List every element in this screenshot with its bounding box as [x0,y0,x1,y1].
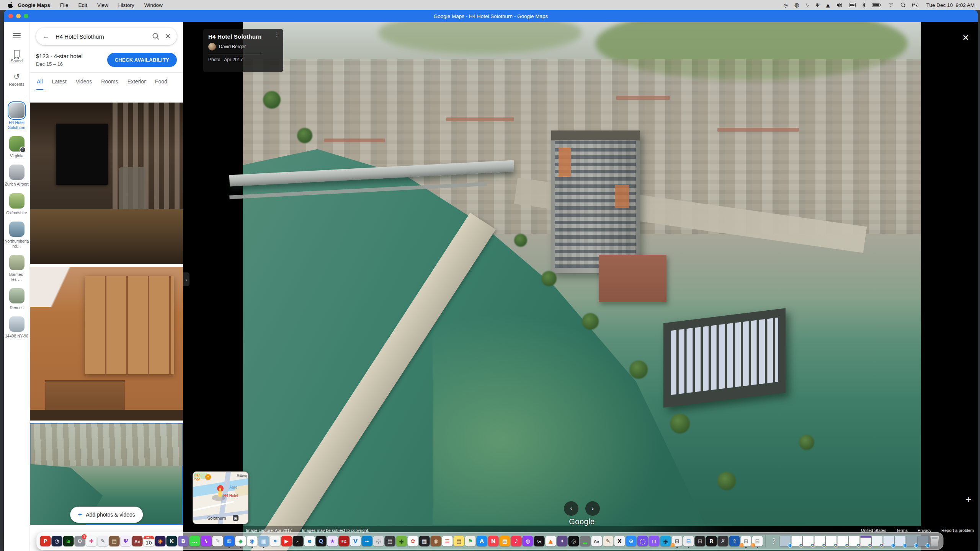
podcasts-app[interactable]: ◍ [523,536,533,546]
minimized-finder-window[interactable] [895,536,906,546]
diagnostics-app[interactable]: ✚ [86,536,97,546]
youtube-app[interactable]: ▶ [281,536,292,546]
messenger-app[interactable]: ϟ [201,536,212,546]
photos-app[interactable]: ✿ [408,536,418,546]
more-options-icon[interactable]: ⋮ [274,33,279,36]
printer-a-app[interactable]: ⊟ [741,536,751,546]
disk-utility-app[interactable]: ✎ [98,536,108,546]
minimized-chrome-window[interactable] [815,536,825,546]
google-maps-app[interactable]: ◆ [235,536,246,546]
add-photos-button[interactable]: + Add photos & videos [70,507,143,523]
control-center-icon[interactable] [912,3,918,7]
vinyl-app[interactable]: ◎ [568,536,579,546]
back-arrow-icon[interactable]: ← [42,32,49,41]
minimized-chrome-window[interactable] [838,536,848,546]
calendar-app[interactable]: DEC10 [144,536,154,546]
recent-place-northumberland[interactable]: Northumberland… [5,222,29,249]
reminders-app[interactable]: ☰ [442,536,453,546]
recent-place-virginia[interactable]: 2Virginia [5,136,29,158]
clear-search-icon[interactable]: ✕ [165,32,171,41]
kindle-app[interactable]: K [167,536,177,546]
music-app[interactable]: ♪ [511,536,522,546]
recent-place-bormes-les[interactable]: Bormes-les-… [5,255,29,282]
menu-history[interactable]: History [118,2,134,8]
collapse-panel-icon[interactable]: ‹ [183,272,189,286]
printer-utility-app[interactable]: ⊟ [672,536,683,546]
minimized-image-window[interactable] [906,536,917,546]
zoom-app[interactable]: ⊙ [626,536,637,546]
star-app[interactable]: ★ [327,536,338,546]
search-input[interactable] [56,33,147,40]
check-availability-button[interactable]: CHECK AVAILABILITY [107,53,177,67]
vlc-app[interactable]: ▲ [546,536,556,546]
minimized-finder-window[interactable] [884,536,894,546]
sketch-app[interactable]: ✎ [212,536,223,546]
loopback-app[interactable]: ◯ [637,536,648,546]
x11-app[interactable]: X [614,536,625,546]
r-app[interactable]: R [706,536,717,546]
webcam-app[interactable]: ◉ [660,536,671,546]
printer-b-app[interactable]: ⊟ [752,536,763,546]
shield-app[interactable]: ⇧ [729,536,740,546]
v-app[interactable]: V [350,536,361,546]
recent-place-rennes[interactable]: Rennes [5,288,29,310]
photo-author[interactable]: David Berger [219,44,246,49]
costume-app[interactable]: ✦ [557,536,568,546]
search-icon[interactable] [152,33,160,40]
bluetooth-icon[interactable] [862,2,866,8]
recent-place-zurich-airport[interactable]: Zurich Airport [5,165,29,187]
minimized-pale-window[interactable] [872,536,883,546]
tab-rooms[interactable]: Rooms [96,73,122,90]
font-book-app[interactable]: Aa [591,536,602,546]
minimized-sheet-window[interactable] [861,536,871,546]
keyboard-icon[interactable] [849,3,856,7]
tab-exterior[interactable]: Exterior [123,73,150,90]
zoom-in-icon[interactable]: + [966,494,972,505]
previous-photo-button[interactable]: ‹ [564,501,578,516]
author-avatar[interactable] [208,43,216,51]
next-photo-button[interactable]: › [585,501,600,516]
voice-memos-app[interactable]: ||| [649,536,660,546]
tab-all[interactable]: All [32,73,47,90]
speedtest-app[interactable]: ◔ [52,536,62,546]
dvd-player-app[interactable]: ◎ [373,536,384,546]
apple-tv-app[interactable]: tv [534,536,545,546]
transit-app[interactable]: ⚑ [465,536,476,546]
close-photo-icon[interactable]: ✕ [962,33,969,43]
eject-icon[interactable]: ▲ [826,3,830,8]
recent-place-14408-ny-90[interactable]: 14408 NY-90 [5,316,29,339]
help-window[interactable]: ? [769,536,779,546]
minimized-chrome-window[interactable] [792,536,802,546]
print-center-app[interactable]: ⊟ [683,536,694,546]
shortcuts-icon[interactable]: ϟ [806,3,809,8]
app-circle-icon[interactable]: ◍ [794,2,799,8]
gimp-app[interactable]: ✎ [603,536,614,546]
dictionary-app[interactable]: Aa [132,536,143,546]
contacts-app[interactable]: ◉ [431,536,441,546]
books-app[interactable]: ▤ [500,536,510,546]
news-app[interactable]: N [488,536,499,546]
frog-app[interactable]: ◉ [396,536,407,546]
mail-app[interactable]: ✉ [224,536,235,546]
terminal-app[interactable]: >_ [293,536,304,546]
footer-link-report-a-problem[interactable]: Report a problem [941,528,974,533]
notes-app[interactable]: ▤ [454,536,464,546]
pdf-app[interactable]: P [40,536,51,546]
firefox-app[interactable]: ◉ [155,536,166,546]
chrome-app[interactable]: ◉ [247,536,258,546]
desktop-picture-app[interactable]: ▣ [258,536,269,546]
edge-app[interactable]: e [304,536,315,546]
hamburger-menu-icon[interactable] [13,31,21,40]
spotlight-icon[interactable] [900,2,906,8]
usb-app[interactable]: Ψ [121,536,131,546]
minimized-chrome-window[interactable] [803,536,814,546]
trash[interactable] [929,536,940,546]
battery-icon[interactable] [872,3,881,7]
menu-file[interactable]: File [60,2,69,8]
sidebar-item-recents[interactable]: ↺ Recents [9,73,24,86]
sidebar-item-saved[interactable]: Saved [11,50,23,63]
bbedit-app[interactable]: B [178,536,189,546]
tab-food[interactable]: Food [150,73,172,90]
archive-app[interactable]: ▤ [109,536,120,546]
minimized-chrome-window[interactable] [826,536,837,546]
